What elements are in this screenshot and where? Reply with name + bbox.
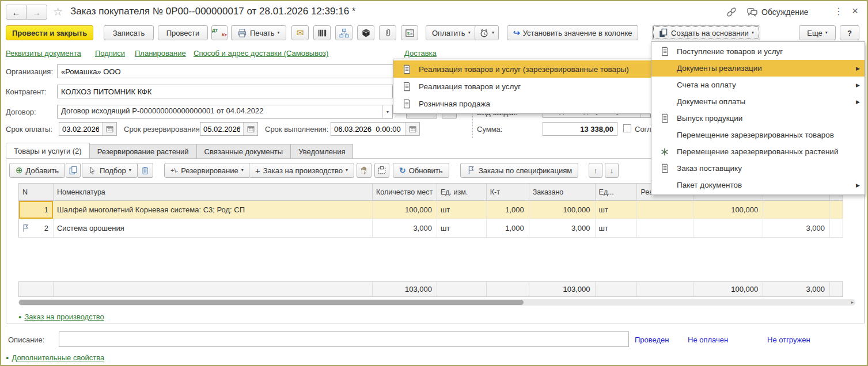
payment-due-input[interactable] <box>59 123 102 135</box>
table-row[interactable]: 2 Система орошения 3,000 шт 1,000 3,000 … <box>18 219 843 238</box>
package-button[interactable] <box>357 25 374 40</box>
col-header-unit[interactable]: Ед. изм. <box>437 184 487 200</box>
pay-button[interactable]: Оплатить ▾ <box>426 25 477 40</box>
horizontal-scrollbar[interactable]: ▸ <box>18 299 855 306</box>
tab-related-documents[interactable]: Связанные документы <box>197 144 291 159</box>
dtkt-button[interactable]: Дт Кт <box>211 25 228 40</box>
menu-item-move-reserved-goods[interactable]: Перемещение зарезервированных товаров <box>651 127 865 143</box>
unit2-cell[interactable]: шт <box>596 219 638 237</box>
table-row[interactable]: 1 Шалфей многолетний Корневая система: С… <box>18 201 843 219</box>
nav-link-signatures[interactable]: Подписи <box>95 49 125 58</box>
tab-notifications[interactable]: Уведомления <box>291 144 353 159</box>
payment-due-field[interactable] <box>59 122 117 136</box>
realized-cell[interactable] <box>637 201 693 219</box>
menu-item-payment-documents[interactable]: Документы оплаты ▶ <box>651 93 865 110</box>
nav-link-requisites[interactable]: Реквизиты документа <box>6 49 81 58</box>
orders-by-spec-button[interactable]: Заказы по спецификациям <box>460 163 578 178</box>
status-posted-link[interactable]: Проведен <box>635 336 669 344</box>
menu-item-move-reserved-plants[interactable]: Перемещение зарезервированных растений <box>651 143 865 160</box>
barcode-button[interactable] <box>313 25 331 40</box>
back-button[interactable]: ← <box>6 5 26 20</box>
extra1-cell[interactable]: 100,000 <box>693 201 763 219</box>
description-field[interactable] <box>59 331 629 347</box>
reserve-due-field[interactable] <box>200 122 258 136</box>
post-button[interactable]: Провести <box>158 25 208 40</box>
status-not-paid-link[interactable]: Не оплачен <box>688 336 728 344</box>
pick-button[interactable]: Подбор ▾ <box>82 163 138 178</box>
menu-item-sale-documents[interactable]: Документы реализации ▶ <box>651 60 865 77</box>
unit-cell[interactable]: шт <box>437 201 487 219</box>
counterparty-field[interactable] <box>57 85 393 98</box>
ordered-cell[interactable]: 100,000 <box>529 201 596 219</box>
additional-props-link[interactable]: Дополнительные свойства <box>12 353 104 362</box>
chevron-down-icon[interactable]: ▾ <box>382 105 392 118</box>
email-button[interactable]: ✉ <box>291 25 309 40</box>
structure-button[interactable] <box>335 25 352 40</box>
print-button[interactable]: Печать ▾ <box>231 25 286 40</box>
delete-row-button[interactable] <box>137 163 153 178</box>
col-header-kt[interactable]: К-т <box>487 184 529 200</box>
fulfill-due-field[interactable] <box>331 122 420 136</box>
scroll-right-icon[interactable]: ▸ <box>851 299 854 306</box>
ordered-cell[interactable]: 3,000 <box>529 219 596 237</box>
unit2-cell[interactable]: шт <box>596 201 638 219</box>
help-button[interactable]: ? <box>840 25 859 40</box>
menu-item-sale-reserved[interactable]: Реализация товаров и услуг (зарезервиров… <box>393 60 653 78</box>
row-number-cell[interactable]: 2 <box>19 219 54 237</box>
add-row-button[interactable]: ⊕ Добавить <box>9 163 65 178</box>
reserve-due-input[interactable] <box>200 123 243 135</box>
col-header-n[interactable]: N <box>19 184 54 200</box>
extra3-cell[interactable] <box>830 201 843 219</box>
menu-item-supplier-order[interactable]: Заказ поставщику <box>651 160 865 177</box>
kt-cell[interactable]: 1,000 <box>487 201 529 219</box>
menu-item-document-package[interactable]: Пакет документов ▶ <box>651 177 865 193</box>
manual-change-button[interactable] <box>357 163 372 178</box>
more-button[interactable]: Еще ▾ <box>799 25 836 40</box>
agreed-checkbox[interactable] <box>623 124 631 132</box>
kt-cell[interactable]: 1,000 <box>487 219 529 237</box>
invoice-button[interactable] <box>401 25 418 40</box>
move-down-button[interactable]: ↓ <box>605 163 619 178</box>
nomenclature-cell[interactable]: Система орошения <box>54 219 373 237</box>
close-icon[interactable]: × <box>852 5 858 17</box>
org-field[interactable] <box>57 64 429 78</box>
nomenclature-cell[interactable]: Шалфей многолетний Корневая система: С3;… <box>54 201 373 219</box>
col-header-nomenclature[interactable]: Номенклатура <box>54 184 373 200</box>
production-order-link[interactable]: Заказ на производство <box>24 312 104 321</box>
discussion-label[interactable]: Обсуждение <box>761 7 809 17</box>
qty-places-cell[interactable]: 3,000 <box>373 219 437 237</box>
menu-item-retail-sale[interactable]: Розничная продажа <box>393 95 653 112</box>
refresh-button[interactable]: ↻ Обновить <box>393 163 449 178</box>
tab-plant-reservation[interactable]: Резервирование растений <box>90 144 197 159</box>
extra1-cell[interactable] <box>693 219 763 237</box>
attachments-button[interactable] <box>379 25 396 40</box>
extra3-cell[interactable] <box>830 219 843 237</box>
favorite-star-icon[interactable]: ☆ <box>53 5 63 18</box>
col-header-qty-places[interactable]: Количество мест <box>373 184 437 200</box>
calendar-icon[interactable] <box>243 123 257 135</box>
nav-link-planning[interactable]: Планирование <box>135 49 186 58</box>
row-number-cell[interactable]: 1 <box>19 201 54 219</box>
set-column-value-button[interactable]: ↪ Установить значение в колонке <box>507 25 638 40</box>
nav-link-delivery-method[interactable]: Способ и адрес доставки (Самовывоз) <box>194 49 328 58</box>
tab-goods-services[interactable]: Товары и услуги (2) <box>6 143 90 159</box>
unit-cell[interactable]: шт <box>437 219 487 237</box>
move-up-button[interactable]: ↑ <box>589 163 602 178</box>
scrollbar-thumb[interactable] <box>19 300 524 305</box>
menu-item-payment-invoices[interactable]: Счета на оплату ▶ <box>651 77 865 93</box>
realized-cell[interactable] <box>637 219 693 237</box>
copy-row-button[interactable] <box>66 163 81 178</box>
fulfill-due-input[interactable] <box>331 123 405 135</box>
sum-field[interactable] <box>543 122 617 136</box>
forward-button[interactable]: → <box>26 5 47 20</box>
status-not-shipped-link[interactable]: Не отгружен <box>767 336 810 344</box>
create-based-on-button[interactable]: Создать на основании ▾ <box>652 25 760 40</box>
container-button[interactable] <box>374 163 389 178</box>
get-link-icon[interactable] <box>726 6 737 18</box>
nav-link-delivery[interactable]: Доставка <box>404 49 437 58</box>
col-header-ordered[interactable]: Заказано <box>529 184 596 200</box>
menu-item-sale[interactable]: Реализация товаров и услуг <box>393 78 653 95</box>
extra2-cell[interactable] <box>763 201 830 219</box>
qty-places-cell[interactable]: 100,000 <box>373 201 437 219</box>
reservation-button[interactable]: +\- Резервирование ▾ <box>164 163 250 178</box>
